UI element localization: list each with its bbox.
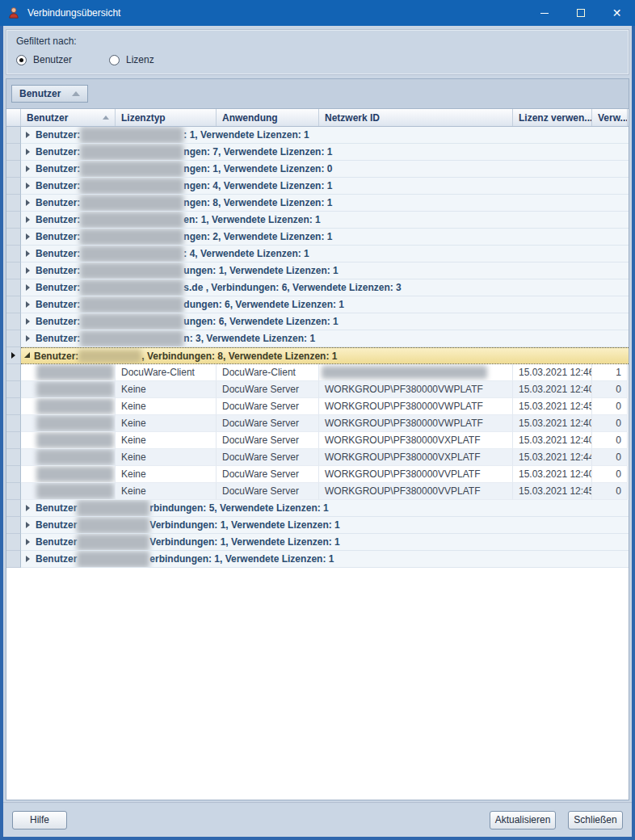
- table-row[interactable]: KeineDocuWare ServerWORKGROUP\PF380000VX…: [6, 449, 629, 466]
- group-row[interactable]: Benutzer:n: 3, Verwendete Lizenzen: 1: [6, 330, 629, 347]
- group-row[interactable]: Benutzer:ungen: 1, Verwendete Lizenzen: …: [6, 262, 629, 279]
- column-header-netzwerk-id[interactable]: Netzwerk ID: [319, 109, 513, 126]
- expand-arrow-icon[interactable]: [26, 132, 30, 138]
- table-row[interactable]: KeineDocuWare ServerWORKGROUP\PF380000VV…: [6, 466, 629, 483]
- expand-arrow-icon[interactable]: [26, 301, 30, 308]
- refresh-button[interactable]: Aktualisieren: [490, 811, 556, 830]
- help-button[interactable]: Hilfe: [12, 811, 67, 830]
- row-indicator: [6, 432, 21, 449]
- redacted-username: [80, 144, 183, 161]
- redacted-username: [80, 212, 183, 229]
- grid-rows: Benutzer:: 1, Verwendete Lizenzen: 1 Ben…: [6, 127, 629, 568]
- group-row[interactable]: Benutzer:: 1, Verwendete Lizenzen: 1: [6, 127, 629, 144]
- redacted-username: [78, 350, 141, 363]
- expand-arrow-icon[interactable]: [26, 318, 30, 325]
- group-row[interactable]: Benutzer:en: 1, Verwendete Lizenzen: 1: [6, 212, 629, 229]
- column-header-benutzer[interactable]: Benutzer: [21, 109, 116, 126]
- redacted-username: [77, 500, 149, 517]
- expand-arrow-icon[interactable]: [26, 216, 30, 223]
- redacted-username: [80, 127, 183, 144]
- expand-arrow-icon[interactable]: [26, 556, 30, 562]
- redacted-username: [80, 313, 183, 330]
- radio-benutzer-label: Benutzer: [33, 54, 72, 65]
- group-row[interactable]: Benutzer:dungen: 6, Verwendete Lizenzen:…: [6, 296, 629, 313]
- expand-arrow-icon[interactable]: [26, 183, 30, 189]
- group-by-chip-benutzer[interactable]: Benutzer: [11, 85, 88, 103]
- row-indicator: [6, 279, 21, 296]
- current-row-arrow-icon: [11, 352, 15, 359]
- redacted-username: [80, 195, 183, 212]
- group-row[interactable]: Benutzer:ngen: 1, Verwendete Lizenzen: 0: [6, 161, 629, 178]
- title-bar[interactable]: Verbindungsübersicht ✕: [0, 0, 635, 26]
- row-indicator: [6, 313, 21, 330]
- expand-arrow-icon[interactable]: [26, 200, 30, 206]
- group-row[interactable]: BenutzerVerbindungen: 1, Verwendete Lize…: [6, 517, 629, 534]
- row-indicator: [6, 466, 21, 483]
- group-row[interactable]: BenutzerVerbindungen: 1, Verwendete Lize…: [6, 534, 629, 551]
- expand-arrow-icon[interactable]: [26, 233, 30, 240]
- group-row[interactable]: Benutzer:s.de , Verbindungen: 6, Verwend…: [6, 279, 629, 296]
- redacted-username: [77, 517, 149, 534]
- table-row[interactable]: KeineDocuWare ServerWORKGROUP\PF380000VX…: [6, 432, 629, 449]
- table-row[interactable]: KeineDocuWare ServerWORKGROUP\PF380000VW…: [6, 381, 629, 398]
- table-row[interactable]: DocuWare-ClientDocuWare-Client15.03.2021…: [6, 364, 629, 381]
- column-header-lizenz-verwendet[interactable]: Lizenz verwen...: [513, 109, 592, 126]
- column-header-verw[interactable]: Verw...: [592, 109, 628, 126]
- expand-arrow-icon[interactable]: [26, 284, 30, 291]
- user-icon: [7, 6, 20, 19]
- group-row[interactable]: Benutzer:ungen: 6, Verwendete Lizenzen: …: [6, 313, 629, 330]
- radio-benutzer-icon[interactable]: [16, 55, 27, 65]
- expand-arrow-icon[interactable]: [26, 149, 30, 155]
- row-indicator: [6, 178, 21, 195]
- redacted-username: [77, 551, 149, 568]
- redacted-username: [80, 246, 183, 262]
- group-row[interactable]: Benutzer:ngen: 4, Verwendete Lizenzen: 1: [6, 178, 629, 195]
- radio-lizenz-icon[interactable]: [109, 55, 120, 65]
- collapse-arrow-icon[interactable]: [24, 352, 30, 358]
- header-indicator-spacer: [6, 109, 21, 126]
- radio-lizenz[interactable]: Lizenz: [109, 54, 154, 65]
- group-row[interactable]: Benutzer:: 4, Verwendete Lizenzen: 1: [6, 246, 629, 262]
- group-row[interactable]: Benutzererbindungen: 1, Verwendete Lizen…: [6, 551, 629, 568]
- expand-arrow-icon[interactable]: [26, 166, 30, 172]
- minimize-button[interactable]: [526, 0, 562, 26]
- close-icon: ✕: [612, 7, 622, 19]
- filter-label: Gefiltert nach:: [16, 36, 619, 47]
- redacted-username: [36, 483, 114, 499]
- group-row[interactable]: Benutzer:ngen: 8, Verwendete Lizenzen: 1: [6, 195, 629, 212]
- redacted-network-id: [322, 366, 487, 379]
- close-dialog-button[interactable]: Schließen: [568, 811, 623, 830]
- radio-benutzer[interactable]: Benutzer: [16, 54, 72, 65]
- grid-groupbox: Benutzer Benutzer Lizenztyp Anwendung Ne…: [6, 78, 629, 800]
- group-row[interactable]: Benutzerrbindungen: 5, Verwendete Lizenz…: [6, 500, 629, 517]
- redacted-username: [36, 398, 114, 414]
- redacted-username: [80, 229, 183, 246]
- footer-bar: Hilfe Aktualisieren Schließen: [3, 802, 632, 837]
- expand-arrow-icon[interactable]: [26, 250, 30, 257]
- expand-arrow-icon[interactable]: [26, 505, 30, 511]
- sort-asc-icon: [103, 116, 109, 120]
- expand-arrow-icon[interactable]: [26, 522, 30, 528]
- group-row[interactable]: Benutzer:ngen: 2, Verwendete Lizenzen: 1: [6, 229, 629, 246]
- redacted-username: [36, 364, 114, 380]
- column-header-anwendung[interactable]: Anwendung: [217, 109, 319, 126]
- expand-arrow-icon[interactable]: [26, 539, 30, 545]
- table-row[interactable]: KeineDocuWare ServerWORKGROUP\PF380000VW…: [6, 415, 629, 432]
- group-row-selected[interactable]: Benutzer:, Verbindungen: 8, Verwendete L…: [6, 347, 629, 364]
- redacted-username: [77, 534, 149, 551]
- row-indicator: [6, 229, 21, 246]
- row-indicator: [6, 195, 21, 212]
- row-indicator: [6, 161, 21, 178]
- maximize-icon: [577, 9, 585, 17]
- column-header-lizenztyp[interactable]: Lizenztyp: [116, 109, 217, 126]
- expand-arrow-icon[interactable]: [26, 267, 30, 274]
- maximize-button[interactable]: [562, 0, 599, 26]
- redacted-username: [36, 432, 114, 448]
- table-row[interactable]: KeineDocuWare ServerWORKGROUP\PF380000VV…: [6, 483, 629, 500]
- table-row[interactable]: KeineDocuWare ServerWORKGROUP\PF380000VW…: [6, 398, 629, 415]
- dialog-content: Gefiltert nach: Benutzer Lizenz Benutzer: [3, 26, 632, 837]
- expand-arrow-icon[interactable]: [26, 335, 30, 342]
- row-indicator: [6, 500, 21, 517]
- close-button[interactable]: ✕: [599, 0, 635, 26]
- group-row[interactable]: Benutzer:ngen: 7, Verwendete Lizenzen: 1: [6, 144, 629, 161]
